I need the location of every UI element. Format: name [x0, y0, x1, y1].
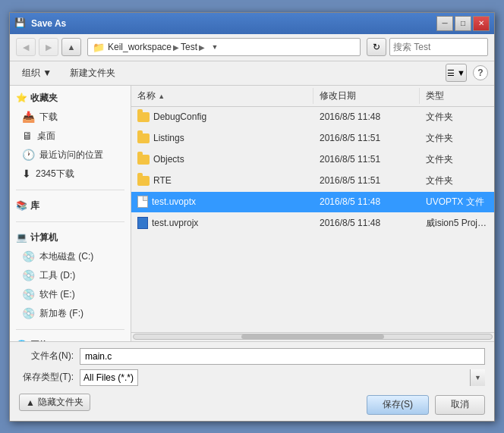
search-input[interactable]	[393, 42, 504, 52]
drive-f-label: 新加卷 (F:)	[39, 307, 83, 320]
select-arrow-icon: ▼	[470, 369, 485, 386]
refresh-button[interactable]: ↻	[367, 38, 386, 56]
file-date: 2016/8/5 11:48	[313, 109, 420, 124]
window-controls: ─ □ ✕	[436, 16, 490, 31]
path-segment-2[interactable]: Test	[181, 42, 197, 52]
path-dropdown-button[interactable]: ▼	[208, 40, 222, 54]
path-segment-1[interactable]: Keil_workspace	[108, 42, 172, 52]
file-name: test.uvprojx	[152, 218, 198, 228]
action-toolbar: 组织 ▼ 新建文件夹 ☰ ▼ ?	[10, 61, 494, 86]
filename-input[interactable]	[80, 348, 485, 365]
sidebar-sep-1	[16, 190, 124, 190]
scrollbar-track[interactable]	[133, 334, 493, 340]
filetype-select[interactable]: All Files (*.*)	[80, 369, 138, 386]
favorites-header[interactable]: ⭐ 收藏夹	[10, 89, 131, 108]
search-bar[interactable]: 🔍	[389, 38, 488, 56]
new-folder-button[interactable]: 新建文件夹	[64, 64, 121, 82]
table-row[interactable]: Objects 2016/8/5 11:51 文件夹	[131, 149, 494, 171]
file-type: 文件夹	[420, 130, 494, 147]
forward-button[interactable]: ▶	[39, 38, 58, 56]
sidebar-item-d[interactable]: 💿 工具 (D:)	[10, 266, 131, 285]
organize-label: 组织 ▼	[22, 67, 52, 80]
view-button[interactable]: ☰ ▼	[446, 64, 467, 82]
up-button[interactable]: ▲	[61, 38, 81, 56]
path-segments: Keil_workspace ▶ Test ▶	[108, 42, 205, 52]
drive-e-label: 软件 (E:)	[39, 288, 75, 301]
file-date: 2016/8/5 11:51	[313, 152, 420, 167]
filetype-select-wrapper: All Files (*.*) ▼	[80, 369, 485, 386]
file-name: Listings	[153, 133, 184, 143]
sidebar-item-c[interactable]: 💿 本地磁盘 (C:)	[10, 247, 131, 266]
sidebar-item-label: 下载	[39, 111, 58, 124]
favorites-section: ⭐ 收藏夹 📥 下载 🖥 桌面 🕐 最近访问的位置 ⬇ 2345下载	[10, 86, 131, 187]
close-button[interactable]: ✕	[473, 16, 490, 31]
file-type: 文件夹	[420, 151, 494, 168]
file-name: test.uvoptx	[152, 196, 196, 207]
favorites-star-icon: ⭐	[16, 93, 27, 103]
table-row[interactable]: RTE 2016/8/5 11:51 文件夹	[131, 171, 494, 192]
computer-label: 计算机	[30, 231, 58, 244]
folder-icon	[137, 112, 150, 122]
table-row[interactable]: test.uvprojx 2016/8/5 11:48 威ision5 Proj…	[131, 213, 494, 234]
col-header-type[interactable]: 类型	[420, 88, 494, 104]
file-type: UVOPTX 文件	[420, 193, 494, 211]
file-date: 2016/8/5 11:51	[313, 173, 420, 188]
scrollbar-thumb[interactable]	[241, 334, 385, 339]
navigation-toolbar: ◀ ▶ ▲ 📁 Keil_workspace ▶ Test ▶ ▼ ↻ 🔍	[10, 34, 494, 61]
computer-section: 💻 计算机 💿 本地磁盘 (C:) 💿 工具 (D:) 💿 软件 (E:) 💿	[10, 225, 131, 326]
computer-icon: 💻	[16, 232, 27, 243]
sidebar-item-download[interactable]: 📥 下载	[10, 108, 131, 127]
drive-e-icon: 💿	[22, 288, 35, 300]
help-button[interactable]: ?	[473, 65, 488, 80]
library-header[interactable]: 📚 库	[10, 196, 131, 215]
sidebar: ⭐ 收藏夹 📥 下载 🖥 桌面 🕐 最近访问的位置 ⬇ 2345下载	[10, 86, 131, 341]
drive-c-icon: 💿	[22, 250, 35, 262]
sidebar-item-label: 最近访问的位置	[39, 149, 103, 162]
hide-folder-icon: ▲	[26, 397, 35, 408]
horizontal-scrollbar[interactable]	[131, 332, 494, 341]
file-uvprojx-icon	[137, 217, 148, 229]
table-row[interactable]: Listings 2016/8/5 11:51 文件夹	[131, 128, 494, 149]
sort-arrow: ▲	[158, 93, 165, 100]
network-header[interactable]: 🌐 网络	[10, 336, 131, 341]
sidebar-item-label: 2345下载	[36, 168, 74, 180]
footer-row: ▲ 隐藏文件夹 保存(S) 取消	[19, 391, 485, 415]
sidebar-item-label: 桌面	[37, 130, 55, 143]
sidebar-item-recent[interactable]: 🕐 最近访问的位置	[10, 146, 131, 165]
table-row[interactable]: test.uvoptx 2016/8/5 11:48 UVOPTX 文件	[131, 192, 494, 213]
hide-folder-label: 隐藏文件夹	[38, 396, 83, 409]
filename-row: 文件名(N):	[19, 348, 485, 365]
dialog-buttons: 保存(S) 取消	[367, 391, 485, 415]
sidebar-item-e[interactable]: 💿 软件 (E:)	[10, 285, 131, 304]
path-folder-icon: 📁	[93, 42, 105, 53]
maximize-button[interactable]: □	[455, 16, 471, 31]
organize-button[interactable]: 组织 ▼	[16, 64, 58, 82]
path-bar[interactable]: 📁 Keil_workspace ▶ Test ▶ ▼	[87, 38, 361, 56]
minimize-button[interactable]: ─	[436, 16, 453, 31]
file-type: 文件夹	[420, 108, 494, 126]
folder-icon	[137, 176, 150, 186]
drive-d-icon: 💿	[22, 269, 35, 281]
file-name: RTE	[153, 175, 172, 186]
hide-folder-button[interactable]: ▲ 隐藏文件夹	[19, 394, 90, 411]
filename-label: 文件名(N):	[19, 350, 80, 362]
sidebar-item-2345[interactable]: ⬇ 2345下载	[10, 165, 131, 184]
col-header-date[interactable]: 修改日期	[313, 88, 420, 104]
cancel-button[interactable]: 取消	[435, 395, 485, 415]
file-uvoptx-icon	[137, 196, 148, 208]
sidebar-item-f[interactable]: 💿 新加卷 (F:)	[10, 304, 131, 323]
table-row[interactable]: DebugConfig 2016/8/5 11:48 文件夹	[131, 107, 494, 128]
sidebar-sep-3	[16, 329, 124, 330]
computer-header[interactable]: 💻 计算机	[10, 228, 131, 247]
bottom-area: 文件名(N): 保存类型(T): All Files (*.*) ▼ ▲ 隐藏文…	[10, 341, 494, 421]
sidebar-item-desktop[interactable]: 🖥 桌面	[10, 127, 131, 146]
path-separator-2: ▶	[199, 43, 205, 52]
file-type: 文件夹	[420, 172, 494, 190]
file-name: Objects	[153, 154, 184, 165]
col-header-name[interactable]: 名称 ▲	[131, 88, 313, 104]
save-button[interactable]: 保存(S)	[367, 395, 429, 415]
back-button[interactable]: ◀	[16, 38, 36, 56]
filetype-label: 保存类型(T):	[19, 371, 80, 384]
drive-c-label: 本地磁盘 (C:)	[39, 250, 93, 263]
download-icon: 📥	[22, 111, 35, 123]
